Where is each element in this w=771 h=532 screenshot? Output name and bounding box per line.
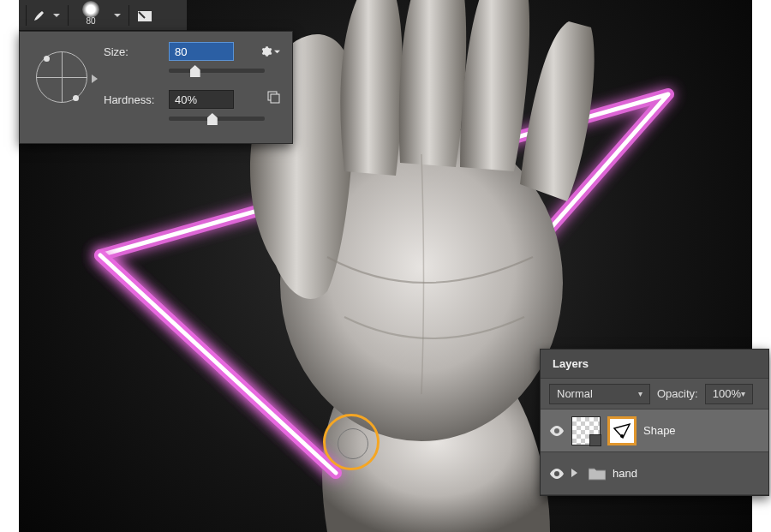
- shape-badge-icon: [589, 434, 601, 446]
- gear-icon: [260, 45, 272, 57]
- folder-icon: [589, 467, 606, 481]
- divider: [26, 5, 27, 26]
- svg-rect-3: [271, 94, 279, 103]
- divider: [128, 5, 129, 26]
- eye-icon: [550, 426, 564, 436]
- eye-icon: [550, 469, 564, 479]
- layers-tab-label: Layers: [553, 357, 589, 370]
- layer-row-shape[interactable]: Shape: [541, 409, 768, 452]
- layer-name: Shape: [643, 424, 676, 437]
- brush-size-readout: 80: [86, 16, 95, 26]
- layers-tab[interactable]: Layers: [541, 350, 768, 379]
- svg-point-0: [280, 124, 563, 441]
- opacity-select[interactable]: 100% ▾: [705, 384, 753, 404]
- size-input[interactable]: [169, 42, 234, 61]
- blend-mode-value: Normal: [557, 387, 593, 400]
- opacity-value: 100%: [713, 387, 741, 400]
- hardness-label: Hardness:: [104, 93, 160, 106]
- brush-panel-menu[interactable]: [260, 45, 280, 57]
- layer-row-hand[interactable]: hand: [541, 452, 768, 495]
- brush-tool-dropdown[interactable]: [51, 7, 63, 24]
- mask-content-icon: [611, 420, 633, 442]
- brush-tip-icon: [82, 1, 99, 18]
- layer-thumbnail[interactable]: [571, 416, 601, 445]
- group-disclosure[interactable]: [571, 467, 582, 480]
- chevron-down-icon: [274, 49, 280, 55]
- divider: [68, 5, 69, 26]
- brush-panel-toggle-icon[interactable]: [134, 5, 155, 26]
- brush-settings-panel: Size: Hardness:: [19, 31, 293, 144]
- chevron-down-icon: ▾: [638, 389, 642, 398]
- layers-panel: Layers Normal ▾ Opacity: 100% ▾ Shape: [540, 349, 769, 496]
- visibility-toggle[interactable]: [549, 469, 565, 479]
- svg-point-5: [620, 434, 624, 438]
- brush-cursor-indicator: [323, 414, 380, 470]
- brush-tool-icon[interactable]: [32, 8, 47, 23]
- blend-mode-select[interactable]: Normal ▾: [549, 384, 650, 404]
- visibility-toggle[interactable]: [549, 426, 565, 436]
- opacity-label: Opacity:: [657, 387, 698, 400]
- brush-preset-dropdown[interactable]: [111, 7, 123, 24]
- new-preset-icon[interactable]: [266, 90, 280, 106]
- size-slider[interactable]: [169, 66, 265, 80]
- brush-angle-widget[interactable]: [32, 47, 92, 107]
- layer-name: hand: [613, 467, 637, 480]
- chevron-down-icon: ▾: [741, 389, 745, 398]
- hardness-slider[interactable]: [169, 114, 265, 128]
- size-label: Size:: [104, 45, 160, 58]
- brush-preset-preview[interactable]: 80: [74, 3, 108, 27]
- tool-options-bar: 80: [19, 0, 187, 31]
- chevron-right-icon: [571, 469, 578, 477]
- svg-rect-4: [611, 420, 633, 442]
- hardness-input[interactable]: [169, 90, 234, 109]
- layer-mask-thumbnail[interactable]: [607, 416, 637, 445]
